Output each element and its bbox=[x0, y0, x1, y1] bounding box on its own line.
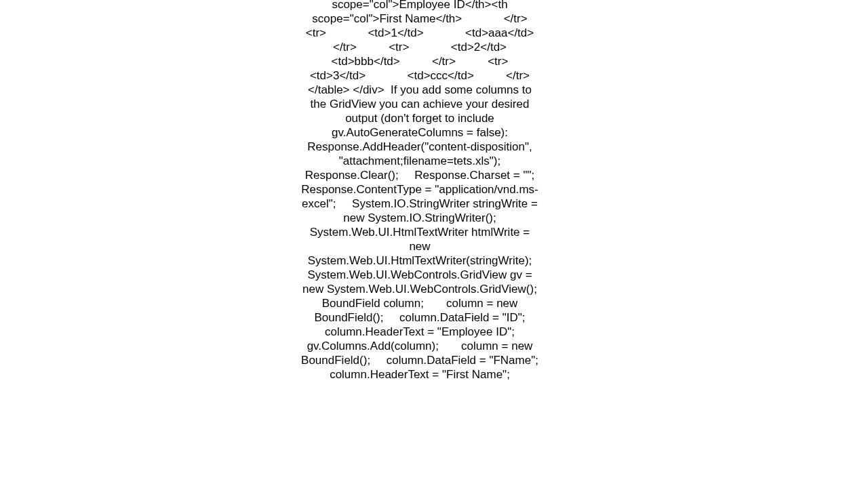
article-body-text: scope="col">Employee ID</th><th scope="c… bbox=[300, 0, 539, 382]
page-viewport: scope="col">Employee ID</th><th scope="c… bbox=[0, 0, 868, 488]
